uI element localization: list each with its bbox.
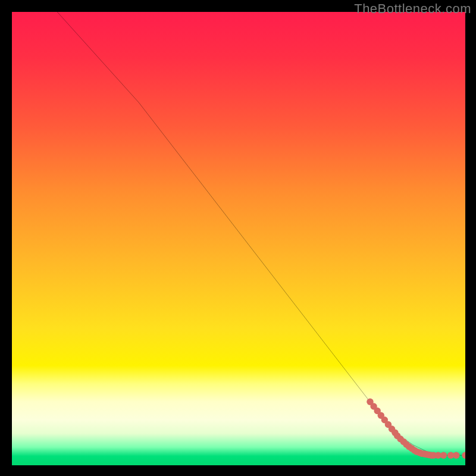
attribution-text: TheBottleneck.com <box>354 1 471 17</box>
chart-point <box>462 452 465 459</box>
chart-points-series <box>367 399 465 459</box>
chart-line <box>57 12 465 455</box>
chart-svg-layer <box>12 12 465 465</box>
chart-point <box>440 452 447 459</box>
chart-plot-area <box>12 12 465 465</box>
chart-point <box>453 452 459 459</box>
chart-line-series <box>57 12 465 455</box>
